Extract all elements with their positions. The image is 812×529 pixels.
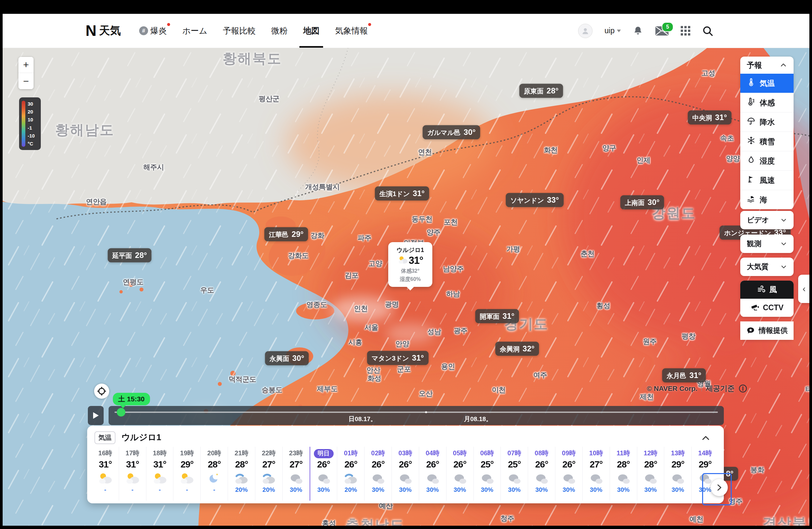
legend-value: -10 <box>28 133 35 138</box>
nav-item-爆炎[interactable]: #爆炎 <box>139 14 167 48</box>
username: uip <box>604 26 614 35</box>
temp-chip-永月邑[interactable]: 永月邑31° <box>662 368 706 383</box>
nav-item-気象情報[interactable]: 気象情報 <box>335 14 368 48</box>
cloudy-icon <box>419 472 446 486</box>
chip-place-name: 江華邑 <box>269 230 289 239</box>
hour-label: 22時 <box>255 448 282 458</box>
chip-place-name: 永月邑 <box>667 371 686 380</box>
map-place-label-홍성: 홍성 <box>322 518 336 526</box>
info-report-button[interactable]: 情報提供 <box>740 321 794 340</box>
map-place-label-봉화: 봉화 <box>751 465 764 474</box>
temp-chip-江華邑[interactable]: 江華邑29° <box>264 227 308 241</box>
hour-label: 19時 <box>173 448 200 458</box>
map-place-label-인천: 인천 <box>354 304 368 313</box>
temp-chip-生演1ドン[interactable]: 生演1ドン31° <box>375 187 429 201</box>
timeline-thumb[interactable] <box>117 408 125 416</box>
apps-grid-icon[interactable] <box>681 26 690 35</box>
legend-value: °C <box>28 141 35 146</box>
legend-value: -1 <box>28 125 35 130</box>
sidebar-layer-湿度[interactable]: 湿度 <box>740 151 794 171</box>
sidebar-layer-風速[interactable]: 風速 <box>740 171 794 190</box>
wind-layer-button[interactable]: 風 <box>740 281 794 299</box>
timeline-play-button[interactable] <box>88 406 104 425</box>
precip-probability: 30% <box>364 486 392 494</box>
temp-chip-開軍面[interactable]: 開軍面31° <box>475 309 519 323</box>
legend-values: 302010-1-10°C <box>28 101 35 147</box>
crosshair-icon <box>97 386 106 396</box>
mail-button[interactable]: 5 <box>655 26 669 36</box>
temp-chip-永興面[interactable]: 永興面30° <box>265 351 309 366</box>
sidebar-layer-label: 湿度 <box>760 156 775 166</box>
sidebar-collapse-handle[interactable]: ‹ <box>798 275 809 303</box>
sidebar-layer-積雪[interactable]: 積雪 <box>740 132 794 151</box>
precip-probability: 30% <box>664 486 691 494</box>
temp-chip-延平面[interactable]: 延平面28° <box>107 248 151 263</box>
precip-probability: 30% <box>419 486 446 494</box>
forecast-hour-01時: 01時26°20% <box>337 447 364 501</box>
chip-place-name: ソヤンドン <box>510 196 544 205</box>
hour-temp: 27° <box>255 459 282 470</box>
video-panel-header[interactable]: ビデオ <box>740 211 794 229</box>
cloudy-icon <box>501 472 528 486</box>
chevron-down-icon <box>617 30 621 32</box>
provision-standard-label: 제공기준 <box>706 384 735 394</box>
observation-panel-header[interactable]: 観測 <box>740 235 794 253</box>
cctv-button[interactable]: CCTV <box>740 299 794 317</box>
username-menu[interactable]: uip <box>604 26 621 35</box>
map-place-label-강화: 강화 <box>310 231 324 240</box>
current-location-button[interactable] <box>94 384 109 399</box>
forecast-hour-03時: 03時26°30% <box>392 447 419 501</box>
zoom-out-button[interactable]: − <box>18 73 33 89</box>
forecast-next-button[interactable] <box>711 479 728 496</box>
map-place-label-양주: 양주 <box>427 227 440 237</box>
temp-chip-8°[interactable]: 8° <box>722 467 738 481</box>
moon-icon <box>201 472 228 486</box>
nav-label: 気象情報 <box>335 25 368 36</box>
map-place-label-평산군: 평산군 <box>259 94 280 103</box>
temp-chip-余興洞[interactable]: 余興洞32° <box>495 342 539 356</box>
hour-temp: 26° <box>337 459 364 470</box>
chevron-down-icon <box>780 217 787 223</box>
temp-chip-上南面[interactable]: 上南面30° <box>620 195 664 209</box>
cloud-wind-icon <box>228 472 255 486</box>
sidebar-layer-降水[interactable]: 降水 <box>740 112 794 132</box>
temp-chip-マタン3ドン[interactable]: マタン3ドン31° <box>367 351 429 365</box>
cloudy-icon <box>583 472 610 486</box>
forecast-group-header[interactable]: 予報 <box>740 57 794 74</box>
temp-chip-ガルマル邑[interactable]: ガルマル邑30° <box>422 125 480 139</box>
nav-item-微粉[interactable]: 微粉 <box>271 14 288 48</box>
thermometer-icon <box>747 78 755 88</box>
timeline-slider[interactable]: 日08.17。 月08.18。 <box>108 406 724 425</box>
nav-item-地図[interactable]: 地図 <box>303 14 319 48</box>
temp-chip-中央洞[interactable]: 中央洞31° <box>687 111 731 125</box>
nav-item-予報比較[interactable]: 予報比較 <box>223 14 256 48</box>
cloud-wind-icon <box>255 472 282 486</box>
chip-place-name: 原東面 <box>524 87 543 96</box>
map-place-label-예천: 예천 <box>690 515 704 524</box>
button-label: 風 <box>770 284 777 295</box>
map-place-label-속초: 속초 <box>720 134 734 143</box>
search-button[interactable] <box>702 25 713 36</box>
avatar[interactable] <box>578 24 593 38</box>
sidebar-layer-海[interactable]: 海 <box>740 190 794 209</box>
app-logo[interactable]: N 天気 <box>86 22 121 40</box>
temp-chip-ソヤンドン[interactable]: ソヤンドン33° <box>506 193 564 207</box>
air-quality-panel-header[interactable]: 大気質 <box>740 258 794 276</box>
sidebar-layer-気温[interactable]: 気温 <box>740 74 794 93</box>
info-icon[interactable] <box>739 384 747 393</box>
sidebar-layer-label: 降水 <box>760 117 775 127</box>
cloudy-icon <box>528 472 555 486</box>
panel-collapse-button[interactable] <box>699 433 713 444</box>
precip-probability: - <box>119 486 146 494</box>
hour-label: 02時 <box>364 448 392 458</box>
map-place-label-황해남도: 황해남도 <box>55 121 115 139</box>
zoom-in-button[interactable]: + <box>18 57 33 73</box>
temp-chip-原東面[interactable]: 原東面28° <box>519 84 563 98</box>
nav-item-ホーム[interactable]: ホーム <box>182 14 207 48</box>
legend-gradient <box>22 101 25 147</box>
cloudy-icon <box>282 472 309 486</box>
timeline-track[interactable] <box>115 412 718 413</box>
notifications-button[interactable] <box>633 26 643 36</box>
forecast-hour-09時: 09時26°30% <box>555 447 582 501</box>
sidebar-layer-体感[interactable]: 体感 <box>740 93 794 112</box>
